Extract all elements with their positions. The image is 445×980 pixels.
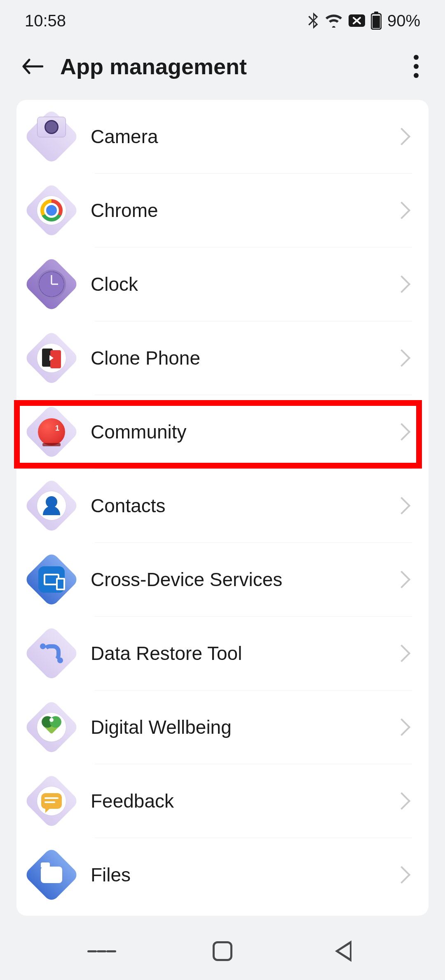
- status-right: 90%: [307, 12, 420, 30]
- app-label: Data Restore Tool: [91, 642, 396, 664]
- app-icon-chrome: [29, 191, 74, 230]
- chevron-right-icon: [393, 349, 410, 367]
- app-row-clock[interactable]: Clock: [16, 247, 429, 321]
- app-icon-contacts: [29, 486, 74, 525]
- nav-home-button[interactable]: [208, 937, 237, 966]
- app-icon-clock: [29, 264, 74, 304]
- battery-percentage: 90%: [387, 12, 420, 30]
- app-icon-community: 1: [29, 412, 74, 452]
- chevron-right-icon: [393, 719, 410, 736]
- app-row-feedback[interactable]: Feedback: [16, 764, 429, 838]
- app-icon-cross-device: [29, 560, 74, 599]
- app-row-chrome[interactable]: Chrome: [16, 174, 429, 247]
- page-title: App management: [60, 54, 247, 79]
- chevron-right-icon: [393, 792, 410, 810]
- app-row-clone-phone[interactable]: Clone Phone: [16, 321, 429, 395]
- chevron-right-icon: [393, 276, 410, 293]
- app-row-camera[interactable]: Camera: [16, 100, 429, 173]
- chevron-right-icon: [393, 866, 410, 883]
- navigation-bar: [0, 922, 445, 980]
- app-row-files[interactable]: Files: [16, 838, 429, 912]
- back-button[interactable]: [21, 55, 44, 78]
- app-row-community[interactable]: 1 Community: [16, 395, 429, 469]
- app-row-data-restore-tool[interactable]: Data Restore Tool: [16, 617, 429, 690]
- status-time: 10:58: [25, 12, 66, 30]
- svg-rect-3: [372, 16, 380, 28]
- app-icon-clone-phone: [29, 338, 74, 378]
- more-menu-button[interactable]: [408, 55, 424, 78]
- app-label: Community: [91, 421, 396, 443]
- chevron-right-icon: [393, 571, 410, 588]
- chevron-right-icon: [393, 645, 410, 662]
- app-label: Chrome: [91, 199, 396, 221]
- app-label: Contacts: [91, 495, 396, 517]
- app-icon-wellbeing: [29, 707, 74, 747]
- nav-recent-button[interactable]: [87, 937, 116, 966]
- chevron-right-icon: [393, 497, 410, 514]
- app-row-cross-device-services[interactable]: Cross-Device Services: [16, 543, 429, 616]
- app-label: Clock: [91, 273, 396, 295]
- chevron-right-icon: [393, 423, 410, 441]
- bluetooth-icon: [307, 12, 319, 29]
- app-label: Cross-Device Services: [91, 568, 396, 591]
- app-label: Digital Wellbeing: [91, 716, 396, 738]
- status-bar: 10:58 90%: [0, 0, 445, 41]
- header: App management: [0, 41, 445, 100]
- battery-icon: [371, 12, 382, 30]
- chevron-right-icon: [393, 128, 410, 145]
- app-label: Files: [91, 864, 396, 886]
- app-label: Camera: [91, 125, 396, 148]
- app-icon-camera: [29, 117, 74, 156]
- app-row-contacts[interactable]: Contacts: [16, 469, 429, 542]
- wifi-icon: [325, 14, 343, 28]
- app-label: Clone Phone: [91, 347, 396, 369]
- app-row-digital-wellbeing[interactable]: Digital Wellbeing: [16, 690, 429, 764]
- chevron-right-icon: [393, 202, 410, 219]
- app-icon-files: [29, 855, 74, 895]
- app-list-card: Camera Chrome Clock Clone Phone: [16, 100, 429, 916]
- nav-back-button[interactable]: [329, 937, 358, 966]
- app-icon-feedback: [29, 781, 74, 821]
- data-off-icon: [349, 14, 365, 27]
- app-label: Feedback: [91, 790, 396, 812]
- app-icon-data-restore: [29, 634, 74, 673]
